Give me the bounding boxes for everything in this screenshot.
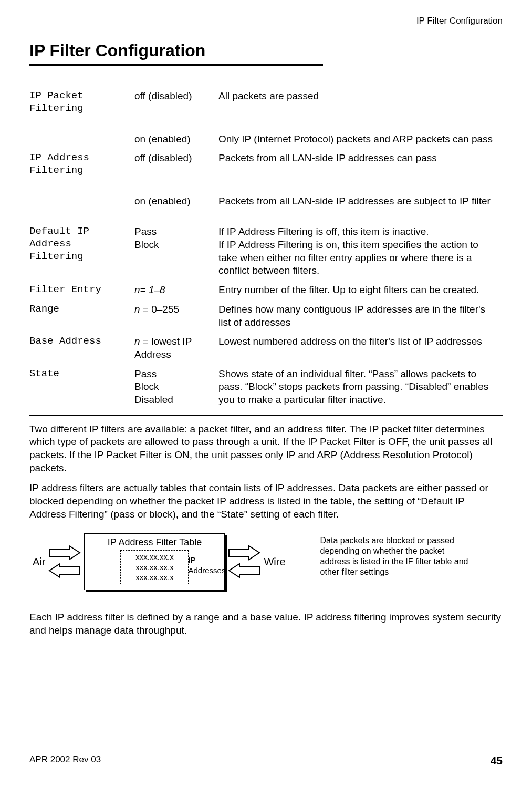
param-name bbox=[29, 192, 134, 211]
param-desc: Shows state of an individual filter. “Pa… bbox=[218, 365, 503, 410]
footer-page-number: 45 bbox=[491, 754, 503, 767]
param-desc: All packets are passed bbox=[218, 87, 503, 118]
ip-address-list: xxx.xx.xx.x xxx.xx.xx.x xxx.xx.xx.x IP A… bbox=[120, 550, 189, 584]
param-desc: Packets from all LAN-side IP addresses c… bbox=[218, 149, 503, 180]
ip-address-entry: xxx.xx.xx.x bbox=[123, 562, 186, 573]
param-name: State bbox=[29, 365, 134, 410]
body-paragraph: Two different IP filters are available: … bbox=[29, 423, 503, 475]
section-heading: IP Filter Configuration bbox=[29, 41, 503, 60]
filter-diagram: Air IP Address Filter Table xxx.xx.xx.x … bbox=[29, 533, 503, 590]
param-value: n = 0–255 bbox=[134, 300, 218, 332]
footer-revision: APR 2002 Rev 03 bbox=[29, 754, 101, 767]
svg-marker-0 bbox=[49, 546, 80, 560]
table-row: Base Address n = lowest IP Address Lowes… bbox=[29, 332, 503, 364]
ip-table-title: IP Address Filter Table bbox=[89, 537, 220, 548]
param-desc: If IP Address Filtering is off, this ite… bbox=[218, 222, 503, 281]
param-value: n= 1–8 bbox=[134, 281, 218, 300]
param-desc: Packets from all LAN-side IP addresses a… bbox=[218, 192, 503, 211]
arrow-left-icon bbox=[228, 563, 260, 578]
parameter-table: IP Packet Filtering off (disabled) All p… bbox=[29, 87, 503, 410]
ip-addresses-label: IP Addresses bbox=[188, 555, 230, 575]
table-row: Filter Entry n= 1–8 Entry number of the … bbox=[29, 281, 503, 300]
table-top-rule bbox=[29, 79, 503, 79]
table-row: Default IP Address Filtering Pass Block … bbox=[29, 222, 503, 281]
table-row: IP Address Filtering off (disabled) Pack… bbox=[29, 149, 503, 180]
table-bottom-rule bbox=[29, 415, 503, 416]
page-footer: APR 2002 Rev 03 45 bbox=[29, 754, 503, 767]
svg-marker-3 bbox=[229, 564, 259, 577]
heading-rule bbox=[29, 64, 323, 66]
param-name: Base Address bbox=[29, 332, 134, 364]
param-name: Range bbox=[29, 300, 134, 332]
table-row: on (enabled) Packets from all LAN-side I… bbox=[29, 192, 503, 211]
param-value: on (enabled) bbox=[134, 130, 218, 149]
arrow-stack-left bbox=[48, 545, 81, 578]
param-name: IP Address Filtering bbox=[29, 149, 134, 180]
param-value: off (disabled) bbox=[134, 149, 218, 180]
param-value: off (disabled) bbox=[134, 87, 218, 118]
param-name: Default IP Address Filtering bbox=[29, 222, 134, 281]
table-row: Range n = 0–255 Defines how many contigu… bbox=[29, 300, 503, 332]
param-value: on (enabled) bbox=[134, 192, 218, 211]
arrow-right-icon bbox=[48, 545, 81, 561]
page: IP Filter Configuration IP Filter Config… bbox=[0, 0, 532, 786]
table-row: on (enabled) Only IP (Internet Protocol)… bbox=[29, 130, 503, 149]
body-paragraph: Each IP address filter is defined by a r… bbox=[29, 611, 503, 637]
diagram-air-label: Air bbox=[33, 556, 45, 568]
diagram-wire-label: Wire bbox=[264, 556, 285, 568]
param-name: IP Packet Filtering bbox=[29, 87, 134, 118]
ip-address-entry: xxx.xx.xx.x bbox=[123, 552, 186, 562]
param-desc: Only IP (Internet Protocol) packets and … bbox=[218, 130, 503, 149]
param-value: Pass Block bbox=[134, 222, 218, 281]
param-desc: Lowest numbered address on the filter's … bbox=[218, 332, 503, 364]
arrow-stack-right bbox=[228, 545, 260, 578]
param-name bbox=[29, 130, 134, 149]
table-row: State Pass Block Disabled Shows state of… bbox=[29, 365, 503, 410]
param-value: n = lowest IP Address bbox=[134, 332, 218, 364]
running-header: IP Filter Configuration bbox=[29, 16, 503, 26]
diagram-caption: Data packets are blocked or passed depen… bbox=[320, 533, 473, 577]
arrow-right-icon bbox=[228, 545, 260, 561]
body-paragraph: IP address filters are actually tables t… bbox=[29, 482, 503, 521]
ip-table-box: IP Address Filter Table xxx.xx.xx.x xxx.… bbox=[84, 533, 225, 590]
param-desc: Entry number of the filter. Up to eight … bbox=[218, 281, 503, 300]
svg-marker-2 bbox=[229, 546, 259, 560]
param-value: Pass Block Disabled bbox=[134, 365, 218, 410]
ip-address-entry: xxx.xx.xx.x bbox=[123, 572, 186, 583]
table-row: IP Packet Filtering off (disabled) All p… bbox=[29, 87, 503, 118]
param-desc: Defines how many contiguous IP addresses… bbox=[218, 300, 503, 332]
arrow-left-icon bbox=[48, 563, 81, 578]
svg-marker-1 bbox=[49, 564, 80, 577]
param-name: Filter Entry bbox=[29, 281, 134, 300]
